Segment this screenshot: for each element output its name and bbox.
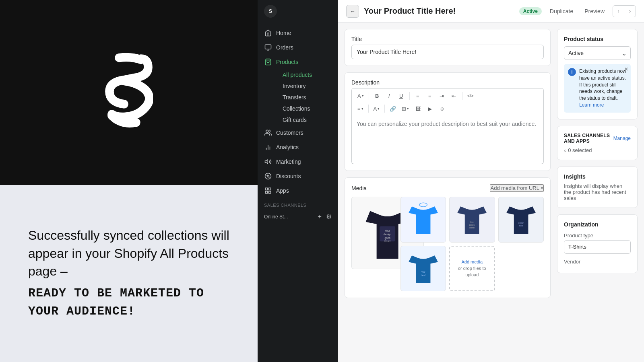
svg-point-12 — [269, 177, 270, 178]
list-btn[interactable]: ≡ — [412, 90, 423, 101]
media-title: Media — [351, 185, 367, 191]
font-size-btn[interactable]: A ▾ — [355, 92, 366, 100]
preview-button[interactable]: Preview — [581, 6, 608, 16]
media-item-2[interactable] — [400, 197, 446, 243]
italic-btn[interactable]: I — [384, 90, 395, 101]
orders-icon — [264, 43, 272, 51]
product-type-wrap: ▾ — [564, 240, 631, 254]
product-type-label: Product type — [564, 232, 631, 239]
sidebar-subitem-transfers[interactable]: Transfers — [276, 92, 338, 103]
sales-channels-actions: Online St... ＋ ⚙ — [258, 209, 338, 224]
all-products-label: All products — [283, 72, 312, 78]
product-type-input[interactable] — [564, 241, 631, 253]
topbar: ← Your Product Title Here! Active Duplic… — [338, 0, 644, 23]
active-badge: Active — [519, 7, 542, 15]
description-label: Description — [351, 79, 544, 86]
media-item-3[interactable]: Your goals here! — [449, 197, 495, 243]
title-input[interactable] — [351, 45, 544, 59]
sidebar-nav: Home Orders — [258, 23, 338, 227]
learn-more-link[interactable]: Learn more — [579, 102, 604, 108]
manage-link[interactable]: Manage — [613, 136, 631, 141]
add-media-button[interactable]: Add media from URL ▾ — [490, 184, 544, 192]
underline-btn[interactable]: U — [396, 90, 407, 101]
svg-text:design: design — [384, 233, 391, 236]
description-card: Description A ▾ B I U ≡ ≡ ⇥ ⇤ — [345, 72, 551, 171]
toolbar-row-1: A ▾ B I U ≡ ≡ ⇥ ⇤ </> — [355, 90, 540, 101]
sidebar-item-home-label: Home — [276, 30, 291, 36]
code-btn[interactable]: </> — [465, 90, 476, 101]
media-item-4[interactable]: design here — [498, 197, 544, 243]
sidebar-item-products[interactable]: Products — [258, 55, 338, 69]
customers-icon — [264, 129, 272, 137]
sidebar-item-marketing-label: Marketing — [276, 158, 301, 165]
analytics-icon — [264, 143, 272, 151]
svg-text:Your: Your — [421, 271, 425, 273]
upload-text-1: Add media — [461, 259, 483, 264]
table-btn[interactable]: ⊞ ▾ — [399, 105, 411, 113]
status-select[interactable]: Active Draft — [564, 46, 631, 60]
store-avatar[interactable]: S — [264, 5, 277, 18]
svg-rect-0 — [265, 45, 271, 49]
media-item-5[interactable]: Your here! — [400, 246, 446, 292]
apps-icon — [264, 187, 272, 195]
sales-header: SALES CHANNELS AND APPS Manage — [564, 133, 631, 144]
sales-channels-title: SALES CHANNELS AND APPS — [564, 133, 613, 144]
description-text: You can personalize your product descrip… — [357, 121, 536, 127]
duplicate-button[interactable]: Duplicate — [547, 6, 576, 16]
sidebar-item-customers-label: Customers — [276, 130, 303, 136]
sidebar-item-orders[interactable]: Orders — [258, 40, 338, 55]
upload-text-3: upload — [465, 272, 479, 277]
sidebar-item-analytics[interactable]: Analytics — [258, 140, 338, 154]
sidebar-subitem-gift-cards[interactable]: Gift cards — [276, 114, 338, 125]
online-store-label: Online St... — [264, 214, 313, 220]
insights-title: Insights — [564, 173, 631, 180]
video-btn[interactable]: ▶ — [424, 103, 436, 114]
promo-body-text: Successfully synced collections will app… — [28, 226, 229, 280]
color-btn[interactable]: A ▾ — [371, 105, 382, 113]
title-label: Title — [351, 36, 544, 42]
media-upload-area[interactable]: Add media or drop files to upload — [449, 246, 495, 292]
title-card: Title — [345, 29, 551, 66]
align-btn[interactable]: ≡ ▾ — [355, 105, 366, 113]
products-icon — [264, 58, 272, 66]
prev-button[interactable]: ‹ — [613, 6, 624, 17]
product-status-title: Product status — [564, 36, 631, 42]
bold-btn[interactable]: B — [372, 90, 383, 101]
back-button[interactable]: ← — [346, 5, 359, 18]
content-left: Title Description A ▾ B I U — [345, 29, 551, 356]
sidebar-item-home[interactable]: Home — [258, 26, 338, 40]
sidebar-item-apps-label: Apps — [276, 187, 289, 194]
gift-cards-label: Gift cards — [283, 117, 307, 123]
svg-point-11 — [267, 175, 268, 176]
svg-text:here!: here! — [385, 240, 391, 243]
sidebar-item-discounts[interactable]: Discounts — [258, 169, 338, 183]
svg-text:here: here — [519, 225, 523, 227]
indent-btn[interactable]: ⇥ — [436, 90, 448, 101]
sidebar-item-apps[interactable]: Apps — [258, 183, 338, 198]
close-banner-button[interactable]: ✕ — [624, 66, 628, 72]
info-icon: i — [568, 68, 576, 76]
back-icon: ← — [350, 8, 355, 14]
media-grid: Your design goes here! — [351, 197, 544, 291]
settings-channel-icon[interactable]: ⚙ — [326, 213, 332, 220]
transfers-label: Transfers — [283, 94, 306, 101]
sidebar-subitem-all-products[interactable]: All products — [276, 69, 338, 80]
svg-point-22 — [419, 203, 427, 207]
shopify-ui: S Home — [258, 0, 644, 362]
add-channel-icon[interactable]: ＋ — [316, 212, 323, 221]
description-editor[interactable]: You can personalize your product descrip… — [351, 116, 544, 164]
align-center-btn[interactable]: ≡ — [424, 90, 436, 101]
sidebar: S Home — [258, 0, 338, 362]
link-btn[interactable]: 🔗 — [387, 103, 398, 114]
sidebar-subitem-collections[interactable]: Collections — [276, 103, 338, 114]
next-button[interactable]: › — [624, 6, 636, 17]
outdent-btn[interactable]: ⇤ — [448, 90, 460, 101]
image-btn[interactable]: 🖼 — [412, 103, 423, 114]
sidebar-subitem-inventory[interactable]: Inventory — [276, 80, 338, 92]
sidebar-item-marketing[interactable]: Marketing — [258, 154, 338, 169]
info-banner-message: Existing products now have an active sta… — [579, 68, 626, 101]
promo-bold-text: READY TO BE MARKETED TO YOUR AUDIENCE! — [28, 284, 229, 321]
brand-logo — [105, 52, 153, 133]
sidebar-item-customers[interactable]: Customers — [258, 125, 338, 140]
emoji-btn[interactable]: ☺ — [436, 103, 448, 114]
